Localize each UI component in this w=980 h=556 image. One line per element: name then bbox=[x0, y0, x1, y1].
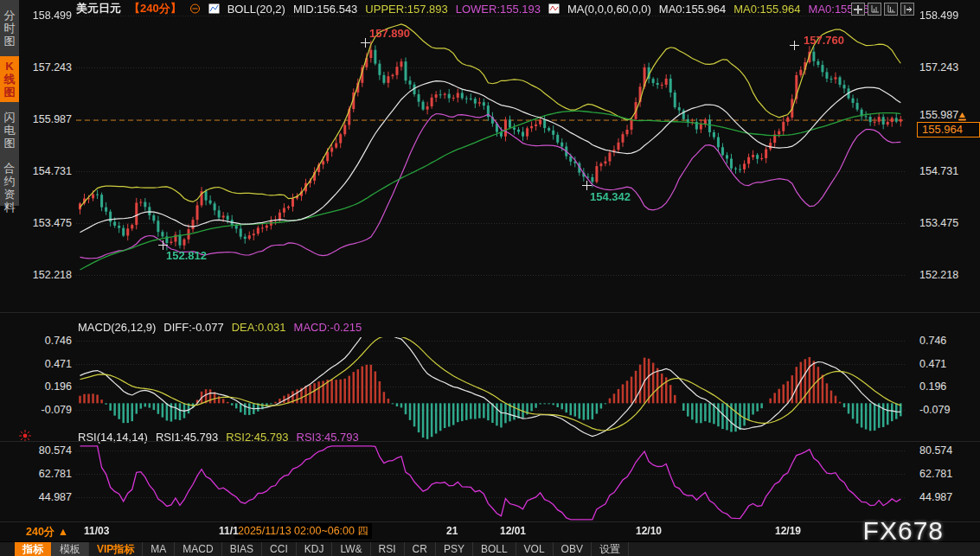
price-axis-label: 153.475 bbox=[919, 217, 958, 229]
low-cross-marker bbox=[158, 240, 168, 250]
price-axis-label: 157.243 bbox=[22, 61, 72, 73]
panel-divider bbox=[0, 441, 980, 442]
bar-time-tooltip: 2025/11/13 02:00~06:00 四 bbox=[234, 523, 372, 539]
price-chart-canvas[interactable] bbox=[76, 16, 905, 523]
ma-value-1: MA0:155.964 bbox=[659, 3, 726, 16]
price-axis-label: 157.243 bbox=[919, 61, 958, 73]
left-sidebar: 分时图K线图闪电图合约资料 bbox=[0, 0, 19, 206]
price-axis-label: 80.574 bbox=[919, 444, 952, 457]
indicator-toolbar: 指标模板VIP指标MAMACDBIASCCIKDJLW&RSICRPSYBOLL… bbox=[0, 541, 980, 556]
boll-upper-value: UPPER:157.893 bbox=[365, 3, 447, 16]
price-axis-label: 80.574 bbox=[22, 444, 72, 457]
collapse-circle-icon[interactable] bbox=[189, 3, 201, 14]
toolbar-item-5[interactable]: BIAS bbox=[222, 542, 262, 556]
price-axis-label: 153.475 bbox=[22, 217, 72, 229]
toolbar-item-15[interactable]: 设置 bbox=[592, 542, 629, 556]
price-axis-label: 152.218 bbox=[22, 269, 72, 281]
time-axis: 240分 ▲ 2025/11/13 02:00~06:00 四 11/0311/… bbox=[0, 522, 980, 541]
annotation-low-154342: 154.342 bbox=[590, 190, 631, 203]
toolbar-item-6[interactable]: CCI bbox=[262, 542, 297, 556]
boll-lower-value: LOWER:155.193 bbox=[456, 3, 541, 16]
toolbar-item-7[interactable]: KDJ bbox=[297, 542, 333, 556]
kline-app: 分时图K线图闪电图合约资料 美元日元 【240分】 BOLL(20,2) MID… bbox=[0, 0, 980, 556]
price-axis-label: 152.218 bbox=[919, 269, 958, 281]
boll-chart-icon bbox=[208, 3, 220, 14]
crosshair-tool-icon[interactable] bbox=[851, 3, 865, 16]
ma-label: MA(0,0,0,60,0,0) bbox=[567, 3, 651, 16]
pan-right-icon[interactable] bbox=[900, 3, 914, 16]
toolbar-item-11[interactable]: PSY bbox=[436, 542, 473, 556]
period-text: 240分 bbox=[26, 526, 54, 538]
time-axis-label: 11/1 bbox=[219, 525, 239, 537]
time-axis-label: 12/10 bbox=[636, 525, 662, 537]
price-axis-label: 0.746 bbox=[22, 335, 72, 347]
zoom-out-axis-icon[interactable] bbox=[884, 3, 898, 16]
annotation-low-152812: 152.812 bbox=[166, 249, 207, 262]
price-axis-label: 158.499 bbox=[919, 10, 958, 22]
watermark: FX678 bbox=[863, 516, 944, 546]
toolbar-item-12[interactable]: BOLL bbox=[473, 542, 516, 556]
symbol-title: 美元日元 bbox=[76, 1, 121, 16]
price-axis-label: 0.471 bbox=[919, 358, 946, 370]
price-axis-label: 155.987 bbox=[919, 109, 958, 121]
time-axis-label: 21 bbox=[446, 525, 458, 537]
toolbar-item-3[interactable]: MA bbox=[143, 542, 175, 556]
price-axis-label: 154.731 bbox=[22, 165, 72, 177]
period-label: 【240分】 bbox=[129, 1, 182, 16]
sidebar-item-1[interactable]: K线图 bbox=[0, 56, 19, 102]
sidebar-item-2[interactable]: 闪电图 bbox=[0, 107, 19, 153]
price-axis-label: 62.781 bbox=[919, 468, 952, 480]
toolbar-item-8[interactable]: LW& bbox=[332, 542, 370, 556]
toolbar-item-9[interactable]: RSI bbox=[371, 542, 405, 556]
macd-dea-value: DEA:0.031 bbox=[232, 321, 286, 334]
time-axis-label: 12/01 bbox=[500, 525, 526, 537]
price-axis-label: 158.499 bbox=[22, 10, 72, 22]
toolbar-item-2[interactable]: VIP指标 bbox=[89, 542, 143, 556]
ma-chart-icon bbox=[548, 3, 560, 14]
macd-label: MACD(26,12,9) bbox=[78, 321, 156, 334]
price-axis-label: 0.196 bbox=[22, 380, 72, 393]
live-burst-icon[interactable] bbox=[19, 430, 31, 445]
price-axis-label: 0.471 bbox=[22, 358, 72, 370]
toolbar-item-13[interactable]: VOL bbox=[516, 542, 554, 556]
panel-divider bbox=[0, 312, 980, 313]
toolbar-item-4[interactable]: MACD bbox=[175, 542, 221, 556]
macd-panel-header: MACD(26,12,9) DIFF:-0.077 DEA:0.031 MACD… bbox=[78, 321, 362, 334]
toolbar-item-10[interactable]: CR bbox=[405, 542, 436, 556]
sidebar-item-3[interactable]: 合约资料 bbox=[0, 158, 19, 217]
macd-value: MACD:-0.215 bbox=[294, 321, 362, 334]
ma-value-2: MA0:155.964 bbox=[733, 3, 800, 16]
low-cross-marker bbox=[582, 181, 592, 190]
zoom-in-axis-icon[interactable] bbox=[868, 3, 881, 16]
price-axis-label: 0.746 bbox=[919, 335, 946, 347]
chart-header: 美元日元 【240分】 BOLL(20,2) MID:156.543 UPPER… bbox=[76, 2, 875, 16]
toolbar-item-1[interactable]: 模板 bbox=[52, 542, 89, 556]
boll-mid-value: MID:156.543 bbox=[293, 3, 357, 16]
sidebar-item-0[interactable]: 分时图 bbox=[0, 5, 19, 51]
price-axis-label: 0.196 bbox=[919, 380, 946, 393]
price-axis-label: 62.781 bbox=[22, 468, 72, 480]
price-axis-label: 154.731 bbox=[919, 165, 958, 177]
period-selector[interactable]: 240分 ▲ bbox=[26, 525, 68, 540]
high-cross-marker bbox=[361, 38, 370, 48]
annotation-high-157760: 157.760 bbox=[804, 34, 844, 47]
price-axis-label: -0.079 bbox=[919, 404, 950, 416]
price-axis-label: -0.079 bbox=[22, 404, 72, 416]
chart-tool-icons bbox=[851, 3, 914, 16]
time-axis-label: 11/03 bbox=[84, 525, 109, 537]
price-pointer-icon[interactable] bbox=[957, 111, 968, 126]
high-cross-marker bbox=[790, 41, 799, 50]
price-axis-label: 44.987 bbox=[22, 491, 72, 503]
price-axis-label: 155.987 bbox=[22, 113, 72, 125]
price-axis-label: 44.987 bbox=[919, 491, 952, 503]
period-arrow-icon: ▲ bbox=[58, 526, 68, 538]
toolbar-item-14[interactable]: OBV bbox=[554, 542, 592, 556]
current-price-tag: 155.964 bbox=[917, 122, 980, 137]
macd-diff-value: DIFF:-0.077 bbox=[163, 321, 223, 334]
annotation-high-157890: 157.890 bbox=[369, 27, 410, 40]
boll-label: BOLL(20,2) bbox=[227, 3, 285, 16]
toolbar-item-0[interactable]: 指标 bbox=[15, 542, 52, 556]
time-axis-label: 12/19 bbox=[775, 525, 801, 537]
